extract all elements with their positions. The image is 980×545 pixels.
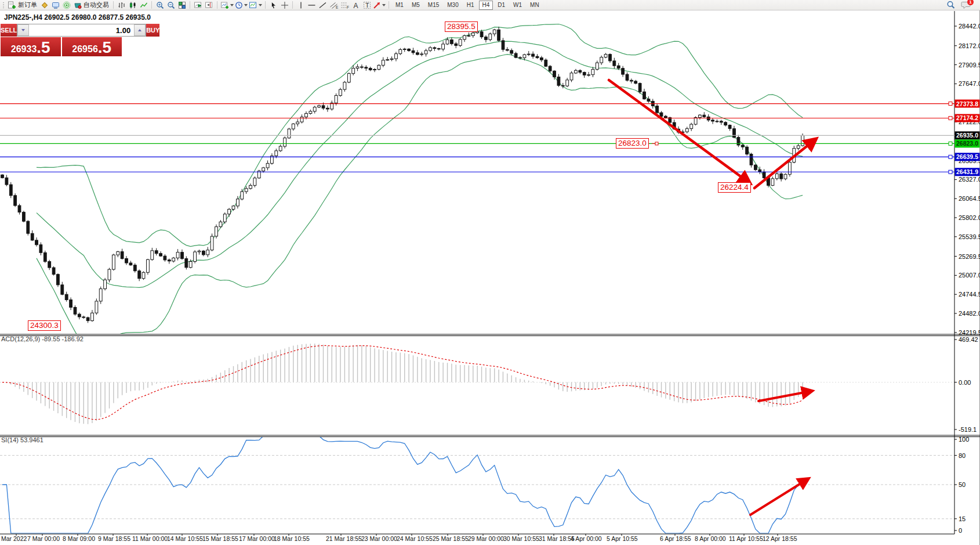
timeframe-group: M1M5M15M30H1H4D1W1MN	[391, 1, 543, 10]
callout-26823[interactable]: 26823.0	[616, 138, 649, 149]
equidistant-channel-tool-icon[interactable]: E	[329, 1, 339, 10]
price-level-label-text: 26935.0	[956, 132, 978, 139]
search-icon[interactable]	[946, 1, 956, 10]
candle-body	[557, 77, 560, 86]
candle-body	[446, 40, 449, 44]
templates-caret[interactable]	[259, 4, 262, 6]
price-level-handle[interactable]	[949, 102, 952, 106]
fibonacci-tool-icon[interactable]: F	[340, 1, 350, 10]
timeframe-w1[interactable]: W1	[510, 1, 525, 10]
candle-body	[61, 285, 64, 294]
signal-icon[interactable]	[61, 1, 71, 10]
rsi-arrow[interactable]	[750, 479, 807, 515]
candle-body	[91, 313, 94, 320]
chart-shift-icon[interactable]	[204, 1, 214, 10]
arrows-tool-icon[interactable]	[373, 1, 386, 10]
candle-body	[181, 252, 184, 259]
svg-text:E: E	[336, 5, 339, 9]
candle-body	[313, 107, 316, 111]
styles-icon[interactable]	[39, 1, 49, 10]
candle-body	[185, 259, 188, 268]
timeframe-d1[interactable]: D1	[494, 1, 509, 10]
candle-body	[699, 115, 702, 117]
buy-button[interactable]: BUY	[146, 24, 159, 37]
price-tick-label: 26064.5	[959, 195, 980, 202]
vertical-line-tool-icon[interactable]	[296, 1, 306, 10]
candle-body	[412, 50, 415, 53]
callout-26224[interactable]: 26224.4	[718, 182, 751, 193]
text-tool-icon[interactable]: A	[351, 1, 361, 10]
chart-window[interactable]: 28442.028172.027909.527647.027122.026589…	[0, 10, 980, 545]
periods-clock-icon[interactable]	[235, 1, 248, 10]
sell-button[interactable]: SELL	[1, 24, 17, 37]
candle-body	[737, 138, 740, 145]
price-level-label-text: 26431.9	[956, 168, 978, 175]
candle-body	[339, 89, 342, 95]
zoom-in-icon[interactable]	[155, 1, 165, 10]
buy-price[interactable]: 26956.5	[62, 37, 122, 56]
timeframe-m30[interactable]: M30	[444, 1, 462, 10]
zoom-out-icon[interactable]	[166, 1, 176, 10]
new-order-label[interactable]: 新订单	[18, 1, 37, 9]
trendline-tool-icon[interactable]	[318, 1, 328, 10]
candlestick-chart-icon[interactable]	[128, 1, 137, 10]
timeframe-m15[interactable]: M15	[424, 1, 442, 10]
add-indicator-caret[interactable]	[230, 4, 234, 6]
tile-windows-icon[interactable]	[177, 1, 187, 10]
price-level-handle[interactable]	[949, 142, 952, 145]
timeframe-h4[interactable]: H4	[479, 1, 493, 10]
auto-trading-label[interactable]: 自动交易	[84, 1, 109, 9]
volume-decrease-button[interactable]	[17, 24, 29, 36]
candle-body	[70, 300, 72, 308]
toolbar-grip[interactable]	[2, 2, 5, 9]
timeframe-h1[interactable]: H1	[463, 1, 478, 10]
candle-body	[86, 317, 89, 321]
bar-chart-icon[interactable]	[117, 1, 126, 10]
candle-body	[335, 96, 337, 103]
add-indicator-icon[interactable]	[220, 1, 234, 10]
horizontal-line-tool-icon[interactable]	[307, 1, 317, 10]
periods-caret[interactable]	[244, 4, 248, 6]
candle-body	[14, 196, 17, 205]
text-label-tool-icon[interactable]: T	[362, 1, 372, 10]
timeframe-mn[interactable]: MN	[527, 1, 543, 10]
candle-body	[527, 54, 530, 55]
price-level-handle[interactable]	[949, 170, 952, 174]
volume-input[interactable]	[29, 24, 134, 36]
macd-indicator-label: ACD(12,26,9) -89.55 -186.92	[1, 335, 84, 342]
line-chart-icon[interactable]	[139, 1, 148, 10]
callout-24300[interactable]: 24300.3	[28, 320, 61, 331]
candle-body	[18, 205, 21, 212]
price-tick-label: 27647.0	[959, 80, 980, 87]
auto-trading-icon[interactable]	[72, 1, 82, 10]
buy-price-main: 26956	[72, 44, 98, 55]
candle-body	[176, 252, 179, 258]
sell-price[interactable]: 26933.5	[1, 37, 61, 56]
candle-body	[587, 75, 590, 75]
trend-arrow-down[interactable]	[609, 80, 749, 182]
volume-increase-button[interactable]	[134, 24, 146, 36]
notifications-chat-icon[interactable]: 1	[961, 1, 971, 10]
candle-body	[626, 74, 629, 80]
new-order-icon[interactable]	[7, 1, 17, 10]
timeframe-m1[interactable]: M1	[392, 1, 407, 10]
timeframe-m5[interactable]: M5	[408, 1, 423, 10]
auto-scroll-icon[interactable]	[193, 1, 203, 10]
macd-arrow[interactable]	[758, 391, 811, 401]
candle-body	[519, 57, 522, 58]
price-tick-label: 26327.0	[959, 176, 980, 183]
arrows-tool-caret[interactable]	[382, 4, 386, 6]
templates-icon[interactable]	[249, 1, 262, 10]
crosshair-tool-icon[interactable]	[280, 1, 289, 10]
date-label: 12 Apr 18:55	[763, 535, 797, 542]
price-level-handle[interactable]	[949, 116, 952, 120]
price-level-handle[interactable]	[949, 155, 952, 158]
candle-body	[613, 61, 616, 66]
callout-28395[interactable]: 28395.5	[445, 21, 478, 32]
profile-icon[interactable]	[50, 1, 60, 10]
price-chart-canvas[interactable]: 28442.028172.027909.527647.027122.026589…	[0, 10, 980, 545]
callout-handle[interactable]	[655, 142, 658, 145]
cursor-tool-icon[interactable]	[268, 1, 278, 10]
trend-arrow-up[interactable]	[754, 140, 815, 188]
candle-body	[343, 82, 346, 89]
